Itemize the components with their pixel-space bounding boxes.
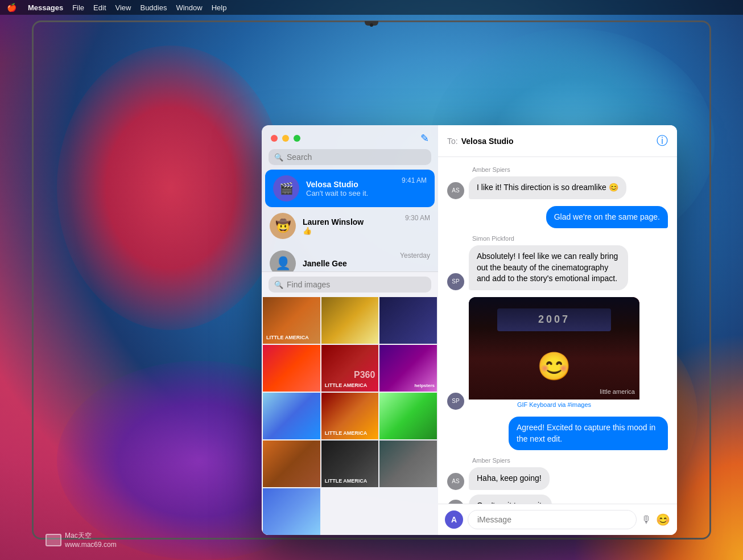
conv-time: Yesterday <box>400 252 430 260</box>
menubar-messages[interactable]: Messages <box>28 3 63 12</box>
message-row: AS Can't wait to see it. <box>447 495 668 504</box>
gif-cell[interactable]: helpsters <box>379 345 437 392</box>
sidebar-header: ✎ <box>262 125 438 149</box>
gif-cell[interactable]: little america <box>263 297 320 344</box>
menubar-buddies[interactable]: Buddies <box>140 3 167 12</box>
conv-name: Velosa Studio <box>306 180 395 189</box>
search-icon: 🔍 <box>274 153 283 162</box>
search-icon: 🔍 <box>274 281 283 289</box>
conv-preview: 👍 <box>303 227 398 235</box>
conversation-item[interactable]: 🎬 Velosa Studio Can't wait to see it. 9:… <box>265 170 435 207</box>
emoji-icon[interactable]: 😊 <box>656 513 670 526</box>
search-bar[interactable]: 🔍 <box>269 149 431 165</box>
chat-input-area: A 🎙 😊 <box>438 504 677 535</box>
chat-panel: To: Velosa Studio ⓘ Amber Spiers AS I li… <box>438 125 677 535</box>
conv-info: Lauren Winslow 👍 <box>303 217 398 235</box>
menubar-window[interactable]: Window <box>176 3 202 12</box>
gif-cell[interactable]: little america P360 <box>321 345 379 392</box>
sidebar: ✎ 🔍 🎬 Velosa Studio Can't wait to see it… <box>262 125 438 535</box>
traffic-lights <box>271 135 300 142</box>
gif-cell[interactable] <box>321 297 379 344</box>
gif-cell[interactable] <box>379 393 437 439</box>
gif-image: 2007 😊 little america <box>469 297 639 400</box>
message-sender: Amber Spiers <box>472 457 668 464</box>
chat-messages[interactable]: Amber Spiers AS I like it! This directio… <box>438 157 677 504</box>
close-button[interactable] <box>271 135 278 142</box>
avatar: AS <box>447 500 464 504</box>
velosa-emoji: 🎬 <box>279 182 294 195</box>
menubar: 🍎 Messages File Edit View Buddies Window… <box>0 0 743 15</box>
watermark-site: Mac天空 <box>65 531 117 541</box>
conv-name: Lauren Winslow <box>303 217 398 227</box>
conv-info: Velosa Studio Can't wait to see it. <box>306 180 395 197</box>
conversation-item[interactable]: 🤠 Lauren Winslow 👍 9:30 AM <box>262 207 438 245</box>
message-group: Agreed! Excited to capture this mood in … <box>447 417 668 450</box>
audio-icon[interactable]: 🎙 <box>641 514 651 526</box>
gif-watermark: little america <box>600 388 635 395</box>
info-button[interactable]: ⓘ <box>657 133 668 149</box>
menubar-edit[interactable]: Edit <box>93 3 106 12</box>
menubar-help[interactable]: Help <box>212 3 227 12</box>
bg-blob-red <box>57 46 284 330</box>
recipient-name: Velosa Studio <box>461 137 514 146</box>
message-bubble: Absolutely! I feel like we can really br… <box>469 245 628 290</box>
watermark-text: Mac天空 www.mac69.com <box>65 531 117 549</box>
avatar: AS <box>447 182 464 199</box>
search-input[interactable] <box>287 153 426 162</box>
conv-time: 9:30 AM <box>405 214 430 222</box>
message-group: Glad we're on the same page. <box>447 206 668 229</box>
gif-cell[interactable] <box>263 345 320 392</box>
gif-cell[interactable] <box>379 297 437 344</box>
gif-cell[interactable]: little america <box>321 440 379 487</box>
compose-button[interactable]: ✎ <box>420 132 429 145</box>
watermark-logo: Mac天空 www.mac69.com <box>46 531 117 549</box>
message-row: SP Absolutely! I feel like we can really… <box>447 245 668 290</box>
input-avatar: A <box>445 510 463 529</box>
watermark-icon <box>46 534 61 546</box>
conv-name: Janelle Gee <box>303 259 393 268</box>
message-group-gif: SP 2007 😊 little america GIF Keyboa <box>447 297 668 410</box>
gif-cell[interactable] <box>263 440 320 487</box>
gif-cell[interactable]: little america <box>321 393 379 439</box>
avatar: 👤 <box>270 250 296 271</box>
gif-picker: 🔍 little america little america P360 hel… <box>262 271 438 535</box>
fullscreen-button[interactable] <box>294 135 300 142</box>
message-row: SP 2007 😊 little america GIF Keyboa <box>447 297 668 410</box>
avatar: SP <box>447 273 464 290</box>
conv-preview: Can't wait to see it. <box>306 189 395 197</box>
messages-window: ✎ 🔍 🎬 Velosa Studio Can't wait to see it… <box>262 125 677 535</box>
gif-search-input[interactable] <box>287 280 426 289</box>
avatar: AS <box>447 473 464 490</box>
gif-cell[interactable] <box>379 440 437 487</box>
message-group: Amber Spiers AS Haha, keep going! AS Can… <box>447 457 668 504</box>
conv-time: 9:41 AM <box>402 176 427 184</box>
message-bubble: Can't wait to see it. <box>469 495 552 504</box>
gif-message: 2007 😊 little america GIF Keyboard via #… <box>469 297 639 410</box>
message-bubble: Agreed! Excited to capture this mood in … <box>509 417 668 450</box>
minimize-button[interactable] <box>282 135 289 142</box>
message-input[interactable] <box>468 510 637 529</box>
mac-watermark: Mac天空 www.mac69.com <box>46 531 117 549</box>
conv-info: Janelle Gee <box>303 259 393 268</box>
gif-search-bar[interactable]: 🔍 <box>269 277 431 293</box>
avatar: 🤠 <box>270 213 296 239</box>
chat-header: To: Velosa Studio ⓘ <box>438 125 677 157</box>
message-bubble: Haha, keep going! <box>469 467 550 490</box>
apple-logo[interactable]: 🍎 <box>7 3 16 12</box>
conversation-item[interactable]: 👤 Janelle Gee Yesterday <box>262 245 438 271</box>
message-bubble: I like it! This direction is so dreamlik… <box>469 176 626 199</box>
message-row: Agreed! Excited to capture this mood in … <box>447 417 668 450</box>
gif-source-label: GIF Keyboard via #images <box>469 400 639 410</box>
gif-cell[interactable] <box>263 393 320 439</box>
conversation-list: 🎬 Velosa Studio Can't wait to see it. 9:… <box>262 170 438 271</box>
message-sender: Simon Pickford <box>472 235 668 242</box>
message-row: Glad we're on the same page. <box>447 206 668 229</box>
message-row: AS Haha, keep going! <box>447 467 668 490</box>
menubar-file[interactable]: File <box>72 3 84 12</box>
avatar: SP <box>447 393 464 410</box>
message-group: Amber Spiers AS I like it! This directio… <box>447 166 668 199</box>
to-label: To: <box>447 137 458 146</box>
gif-cell[interactable] <box>263 488 320 535</box>
message-group: Simon Pickford SP Absolutely! I feel lik… <box>447 235 668 290</box>
menubar-view[interactable]: View <box>115 3 131 12</box>
